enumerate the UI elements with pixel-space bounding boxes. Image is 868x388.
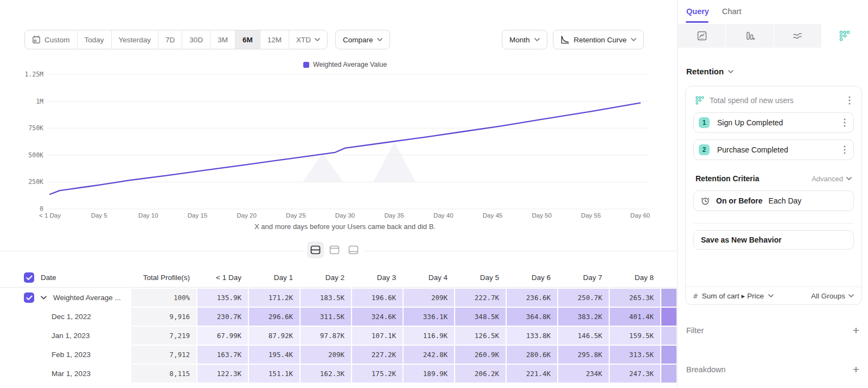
column-header-day[interactable]: Day 3: [352, 268, 403, 288]
retention-section-dropdown[interactable]: Retention: [686, 67, 733, 76]
value-cell[interactable]: 401.4K: [610, 308, 660, 326]
value-cell[interactable]: 280.6K: [507, 346, 557, 364]
value-cell[interactable]: 230.7K: [197, 308, 248, 326]
value-cell[interactable]: 97.87K: [301, 327, 351, 345]
value-cell[interactable]: 295.8K: [558, 346, 609, 364]
row-checkbox[interactable]: [24, 292, 34, 303]
column-header-day[interactable]: Day 8: [610, 268, 660, 288]
save-as-new-behavior-button[interactable]: Save as New Behavior: [693, 230, 854, 250]
value-cell[interactable]: 296.6K: [249, 308, 299, 326]
total-profiles-cell[interactable]: 7,219: [131, 327, 196, 345]
total-profiles-cell[interactable]: 100%: [131, 289, 196, 307]
range-today[interactable]: Today: [77, 30, 111, 49]
value-cell[interactable]: 162.3K: [301, 365, 351, 383]
column-header-date[interactable]: Date: [0, 268, 130, 288]
value-cell[interactable]: 189.9K: [404, 365, 454, 383]
value-cell[interactable]: 159.5K: [610, 327, 660, 345]
value-cell[interactable]: 209K: [404, 289, 454, 307]
date-cell[interactable]: Feb 1, 2023: [0, 346, 130, 364]
value-cell[interactable]: 209K: [301, 346, 351, 364]
behavior-step-1[interactable]: 1 Sign Up Completed: [693, 112, 854, 133]
measure-dropdown[interactable]: Sum of cart ▸ Price: [702, 291, 764, 300]
value-cell[interactable]: 348.5K: [455, 308, 506, 326]
value-cell[interactable]: 221.4K: [507, 365, 557, 383]
total-profiles-cell[interactable]: 9,916: [131, 308, 196, 326]
value-cell[interactable]: 383.2K: [558, 308, 609, 326]
compare-button[interactable]: Compare: [335, 30, 391, 49]
tab-chart[interactable]: Chart: [722, 7, 741, 16]
value-cell[interactable]: 126.5K: [455, 327, 506, 345]
value-cell[interactable]: 151.1K: [249, 365, 299, 383]
criteria-timing-control[interactable]: On or Before Each Day: [693, 190, 854, 211]
range-6m-selected[interactable]: 6M: [235, 30, 260, 49]
date-cell[interactable]: Weighted Average ...: [0, 289, 130, 307]
value-cell[interactable]: 67.99K: [197, 327, 248, 345]
value-cell[interactable]: 250.7K: [558, 289, 609, 307]
value-cell[interactable]: 87.92K: [249, 327, 299, 345]
column-header-day[interactable]: Day 4: [404, 268, 454, 288]
column-header-day[interactable]: Day 5: [455, 268, 506, 288]
value-cell[interactable]: 324.6K: [352, 308, 403, 326]
value-cell[interactable]: 265.3K: [610, 289, 660, 307]
expand-row-chevron-icon[interactable]: [41, 296, 47, 300]
value-cell[interactable]: 260.9K: [455, 346, 506, 364]
value-cell[interactable]: 247.3K: [610, 365, 660, 383]
value-cell[interactable]: 227.2K: [352, 346, 403, 364]
column-header-day[interactable]: Day 7: [558, 268, 609, 288]
range-custom[interactable]: Custom: [25, 30, 77, 49]
behavior-menu-button[interactable]: [846, 95, 853, 106]
value-cell[interactable]: 234K: [558, 365, 609, 383]
value-cell[interactable]: 122.3K: [197, 365, 248, 383]
report-type-retention[interactable]: [821, 24, 868, 48]
column-header-day[interactable]: Day 2: [301, 268, 351, 288]
range-12m[interactable]: 12M: [260, 30, 289, 49]
value-cell[interactable]: 171.2K: [249, 289, 299, 307]
date-cell[interactable]: Dec 1, 2022: [0, 308, 130, 326]
range-7d[interactable]: 7D: [158, 30, 182, 49]
value-cell[interactable]: 183.5K: [301, 289, 351, 307]
criteria-mode-dropdown[interactable]: Advanced: [812, 175, 852, 183]
row-checkbox[interactable]: [24, 272, 34, 283]
step-menu-button[interactable]: [841, 144, 848, 155]
value-cell[interactable]: 163.7K: [197, 346, 248, 364]
value-cell[interactable]: 236.6K: [507, 289, 557, 307]
value-cell[interactable]: 311.5K: [301, 308, 351, 326]
column-header-day[interactable]: Day 6: [507, 268, 557, 288]
range-30d[interactable]: 30D: [182, 30, 210, 49]
value-cell[interactable]: 242.8K: [404, 346, 454, 364]
behavior-step-2[interactable]: 2 Purchase Completed: [693, 139, 854, 160]
total-profiles-cell[interactable]: 7,912: [131, 346, 196, 364]
layout-split-view-button[interactable]: [307, 241, 324, 258]
value-cell[interactable]: 313.5K: [610, 346, 660, 364]
value-cell[interactable]: 116.9K: [404, 327, 454, 345]
tab-query[interactable]: Query: [686, 7, 709, 16]
add-filter-row[interactable]: Filter +: [686, 324, 859, 337]
range-yesterday[interactable]: Yesterday: [111, 30, 158, 49]
report-type-insights[interactable]: [678, 24, 725, 48]
value-cell[interactable]: 107.1K: [352, 327, 403, 345]
value-cell[interactable]: 206.2K: [455, 365, 506, 383]
value-cell[interactable]: 195.4K: [249, 346, 299, 364]
value-cell[interactable]: 364.8K: [507, 308, 557, 326]
report-type-flows[interactable]: [774, 24, 821, 48]
all-groups-dropdown[interactable]: All Groups: [811, 292, 854, 300]
report-type-funnels[interactable]: [725, 24, 773, 48]
value-cell[interactable]: 196.6K: [352, 289, 403, 307]
value-cell[interactable]: 175.2K: [352, 365, 403, 383]
total-profiles-cell[interactable]: 8,115: [131, 365, 196, 383]
chart-type-dropdown[interactable]: Retention Curve: [553, 30, 644, 49]
date-cell[interactable]: Mar 1, 2023: [0, 365, 130, 383]
column-header-total-profiles[interactable]: Total Profile(s): [131, 268, 196, 288]
column-header-day[interactable]: < 1 Day: [197, 268, 248, 288]
value-cell[interactable]: 222.7K: [455, 289, 506, 307]
date-cell[interactable]: Jan 1, 2023: [0, 327, 130, 345]
step-menu-button[interactable]: [841, 117, 848, 128]
range-xtd[interactable]: XTD: [289, 30, 327, 49]
value-cell[interactable]: 135.9K: [197, 289, 248, 307]
layout-chart-view-button[interactable]: [326, 241, 343, 258]
column-header-day[interactable]: Day 1: [249, 268, 299, 288]
chart-legend[interactable]: Weighted Average Value: [50, 61, 640, 68]
granularity-dropdown[interactable]: Month: [502, 30, 547, 49]
layout-table-view-button[interactable]: [345, 241, 362, 258]
add-breakdown-row[interactable]: Breakdown +: [686, 363, 859, 376]
